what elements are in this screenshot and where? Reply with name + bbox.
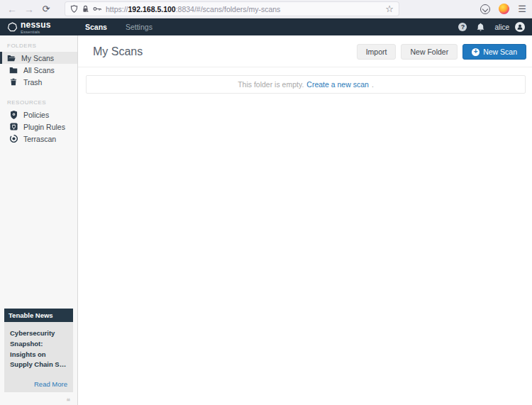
browser-reload-button[interactable]: ⟳ [40,4,52,14]
username-label[interactable]: alice [494,23,509,31]
new-scan-button[interactable]: + New Scan [462,44,526,60]
firefox-logo-icon[interactable] [499,4,509,14]
user-avatar[interactable] [515,22,525,32]
browser-forward-button[interactable]: → [23,4,35,14]
tab-settings[interactable]: Settings [126,23,153,31]
browser-toolbar: ← → ⟳ https://192.168.5.100:8834/#/scans… [0,0,532,18]
empty-period: . [372,80,374,89]
nessus-heptagon-icon [7,22,18,33]
sidebar-section-folders: Folders [0,35,77,52]
import-button[interactable]: Import [357,44,397,60]
address-bar[interactable]: https://192.168.5.100:8834/#/scans/folde… [65,2,399,16]
folder-open-icon [7,55,16,62]
bookmark-star-icon[interactable]: ☆ [385,4,394,14]
policies-shield-icon [9,111,18,119]
sidebar-item-label: Trash [23,78,42,87]
shield-icon[interactable] [70,5,78,13]
sidebar-item-label: Terrascan [23,135,56,143]
sidebar-item-plugin-rules[interactable]: Plugin Rules [0,121,77,133]
trash-icon [9,78,18,86]
key-icon[interactable] [93,6,102,12]
sidebar-item-policies[interactable]: Policies [0,109,77,121]
folder-icon [9,67,18,74]
partial-quote-glyph: ❝ [0,398,77,405]
sidebar: Folders My Scans All Scans Trash Resourc… [0,35,78,405]
page-title: My Scans [93,45,143,58]
plus-icon: + [472,48,480,56]
new-scan-label: New Scan [483,48,517,56]
url-text: https://192.168.5.100:8834/#/scans/folde… [106,5,382,13]
empty-text: This folder is empty. [238,80,304,89]
brand-subtitle: Essentials [21,30,51,34]
app-navbar: nessus Essentials Scans Settings ? alice [0,18,532,35]
nessus-logo[interactable]: nessus Essentials [7,21,78,34]
plugin-rules-icon [9,123,18,131]
sidebar-section-resources: Resources [0,88,77,109]
terrascan-icon [9,135,18,143]
help-icon[interactable]: ? [458,23,467,31]
main-content: My Scans Import New Folder + New Scan Th… [78,35,532,405]
pocket-icon[interactable] [480,4,490,14]
sidebar-item-trash[interactable]: Trash [0,76,77,88]
notifications-bell-icon[interactable] [477,23,484,31]
sidebar-item-label: All Scans [23,66,55,74]
tab-scans[interactable]: Scans [85,23,107,31]
sidebar-item-label: Plugin Rules [23,123,65,131]
sidebar-item-label: My Scans [21,54,54,62]
browser-menu-button[interactable]: ☰ [518,4,526,14]
new-folder-button[interactable]: New Folder [401,44,458,60]
read-more-link[interactable]: Read More [10,380,67,388]
browser-back-button[interactable]: ← [6,4,18,14]
sidebar-item-all-scans[interactable]: All Scans [0,64,77,76]
brand-name: nessus [21,21,51,29]
sidebar-item-label: Policies [23,111,49,119]
news-article-title[interactable]: Cybersecurity Snapshot: Insights on Supp… [10,328,67,370]
main-header: My Scans Import New Folder + New Scan [78,35,532,67]
sidebar-item-terrascan[interactable]: Terrascan [0,133,77,145]
sidebar-item-my-scans[interactable]: My Scans [0,52,77,64]
create-new-scan-link[interactable]: Create a new scan [306,80,369,89]
tenable-news-widget: Tenable News Cybersecurity Snapshot: Ins… [4,309,73,392]
empty-folder-message: This folder is empty. Create a new scan. [86,75,526,94]
lock-warning-icon[interactable] [82,5,89,13]
tenable-news-header: Tenable News [4,309,73,322]
